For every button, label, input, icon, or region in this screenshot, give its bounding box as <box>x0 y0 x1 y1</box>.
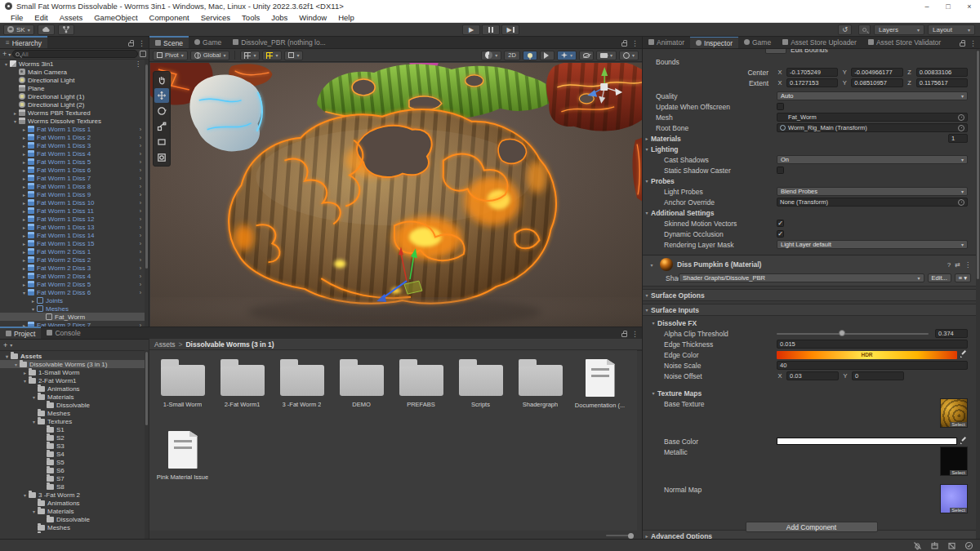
project-tree-item[interactable]: Dissolvable <box>0 515 145 523</box>
move-tool-button[interactable] <box>154 88 169 103</box>
lock-icon[interactable] <box>621 333 627 337</box>
layers-dropdown[interactable]: Layers▾ <box>874 24 924 35</box>
play-button[interactable]: ▶ <box>462 24 480 35</box>
project-tree-item[interactable]: Animations <box>0 499 145 507</box>
menu-item-component[interactable]: Component <box>144 13 195 22</box>
project-tree-scrollbar[interactable] <box>145 350 149 539</box>
snap-increment-button[interactable]: ▾ <box>262 51 282 60</box>
expand-arrow-icon[interactable]: ▸ <box>29 298 37 304</box>
undo-history-button[interactable]: ↺ <box>838 24 852 35</box>
noise-offset-y-field[interactable]: 0 <box>852 371 904 380</box>
scene-audio-toggle[interactable] <box>540 51 555 60</box>
metallic-thumbnail[interactable]: Select <box>940 447 968 476</box>
scale-tool-button[interactable] <box>154 119 169 134</box>
project-tree-item[interactable]: ▾Dissolvable Worms (3 in 1) <box>0 360 145 368</box>
layout-dropdown[interactable]: Layout▾ <box>928 24 975 35</box>
lock-icon[interactable] <box>960 42 965 47</box>
expand-arrow-icon[interactable]: ▾ <box>11 118 19 124</box>
hierarchy-item[interactable]: ▾Worms 3in1⋮ <box>0 60 145 68</box>
edge-color-hdr-swatch[interactable]: HDR <box>777 351 957 359</box>
center-z-field[interactable]: 0.00833106 <box>916 68 968 77</box>
hierarchy-item[interactable]: ▸Fat Worm 2 Diss 4› <box>0 272 145 280</box>
prefab-open-chevron[interactable]: › <box>140 127 141 132</box>
create-asset-button[interactable]: + <box>3 341 7 349</box>
menu-item-file[interactable]: File <box>5 13 29 22</box>
foldout-arrow-icon[interactable]: ▾ <box>643 146 651 152</box>
hierarchy-item[interactable]: ▸Fat Worm 1 Diss 3› <box>0 141 145 149</box>
expand-arrow-icon[interactable]: ▸ <box>20 184 28 189</box>
quality-dropdown[interactable]: Auto▾ <box>777 91 968 100</box>
static-shadow-caster-checkbox[interactable] <box>777 167 784 174</box>
prefab-open-chevron[interactable]: › <box>140 273 141 279</box>
foldout-arrow-icon[interactable]: ▾ <box>643 178 651 184</box>
prefab-open-chevron[interactable]: › <box>140 135 141 140</box>
asset-item[interactable]: 1-Small Worm <box>153 355 212 427</box>
menu-item-assets[interactable]: Assets <box>54 13 89 22</box>
expand-arrow-icon[interactable]: ▸ <box>21 370 29 375</box>
project-tree-item[interactable]: ▾Textures <box>0 417 145 425</box>
light-probes-dropdown[interactable]: Blend Probes▾ <box>777 187 968 196</box>
version-control-button[interactable] <box>58 24 74 35</box>
menu-item-window[interactable]: Window <box>293 13 332 22</box>
project-tree-item[interactable]: ▸1-Small Worm <box>0 368 145 376</box>
root-bone-object-field[interactable]: Worm_Rig_Main (Transform) <box>777 123 968 132</box>
hierarchy-item[interactable]: ▸Fat Worm 1 Diss 5› <box>0 158 145 166</box>
expand-arrow-icon[interactable]: ▸ <box>20 159 28 165</box>
project-tree-item[interactable]: S5 <box>0 458 145 466</box>
project-tree-item[interactable]: Animations <box>0 384 145 393</box>
tool-settings-button[interactable]: ▾ <box>284 51 303 60</box>
project-tree-item[interactable]: S6 <box>0 466 145 474</box>
prefab-open-chevron[interactable]: › <box>140 265 141 271</box>
asset-item[interactable]: Scripts <box>451 355 510 427</box>
prefab-open-chevron[interactable]: › <box>140 233 141 238</box>
panel-menu-icon[interactable]: ⋮ <box>631 39 639 47</box>
project-tree-item[interactable]: ▾Materials <box>0 507 145 515</box>
scene-tab[interactable]: Scene <box>149 36 189 48</box>
breadcrumb-root[interactable]: Assets <box>154 340 176 349</box>
expand-arrow-icon[interactable]: ▸ <box>20 265 28 271</box>
pivot-button[interactable]: Pivot▾ <box>153 51 188 60</box>
rect-tool-button[interactable] <box>154 135 169 149</box>
expand-arrow-icon[interactable]: ▾ <box>21 492 29 498</box>
panel-menu-icon[interactable]: ⋮ <box>631 330 639 338</box>
project-tab[interactable]: Console <box>41 327 86 339</box>
project-tree-item[interactable]: ▾Assets <box>0 352 145 360</box>
prefab-open-chevron[interactable]: › <box>140 192 141 198</box>
expand-arrow-icon[interactable]: ▸ <box>20 176 28 181</box>
expand-arrow-icon[interactable]: ▾ <box>30 509 38 514</box>
close-button[interactable]: × <box>959 2 980 11</box>
hierarchy-item[interactable]: Directional Light <box>0 76 145 84</box>
hierarchy-item[interactable]: ▾Fat Worm 2 Diss 6› <box>0 288 145 296</box>
inspector-tab[interactable]: Asset Store Validator <box>862 37 947 48</box>
hierarchy-item[interactable]: ▸Fat Worm 1 Diss 6› <box>0 166 145 174</box>
prefab-open-chevron[interactable]: › <box>140 184 141 189</box>
scene-tab[interactable]: Dissolve_PBR (nothing lo... <box>227 36 331 48</box>
base-color-swatch[interactable] <box>777 438 957 445</box>
step-button[interactable]: ▶ <box>501 24 519 35</box>
menu-item-gameobject[interactable]: GameObject <box>88 13 143 22</box>
hidden-objects-toggle[interactable] <box>579 51 594 60</box>
hierarchy-item[interactable]: ▸Fat Worm 1 Diss 15› <box>0 239 145 247</box>
cloud-button[interactable] <box>38 24 55 35</box>
hierarchy-item[interactable]: ▸Fat Worm 1 Diss 7› <box>0 174 145 182</box>
inspector-scrollbar[interactable] <box>976 49 980 539</box>
asset-item[interactable]: PREFABS <box>391 355 451 427</box>
scene-tab[interactable]: Game <box>189 36 227 48</box>
extent-y-field[interactable]: 0.08510957 <box>851 78 902 87</box>
project-tree-item[interactable]: ▾3 -Fat Worm 2 <box>0 491 145 499</box>
presets-icon[interactable]: ⇄ <box>955 261 960 269</box>
project-tree-item[interactable]: S4 <box>0 450 145 458</box>
hierarchy-item[interactable]: ▸Fat Worm 2 Diss 2› <box>0 256 145 264</box>
prefab-open-chevron[interactable]: › <box>140 249 141 255</box>
asset-item[interactable]: DEMO <box>332 355 391 427</box>
alpha-clip-slider[interactable] <box>777 333 929 335</box>
project-tree-item[interactable]: Meshes <box>0 409 145 417</box>
2d-toggle[interactable]: 2D <box>504 51 520 60</box>
hierarchy-item[interactable]: Main Camera <box>0 68 145 76</box>
inspector-tab[interactable]: Game <box>738 37 777 48</box>
prefab-open-chevron[interactable]: › <box>140 216 141 222</box>
prefab-open-chevron[interactable]: › <box>140 159 141 165</box>
expand-arrow-icon[interactable]: ▸ <box>20 200 28 206</box>
noise-scale-field[interactable]: 40 <box>777 361 968 370</box>
materials-count-field[interactable]: 1 <box>948 134 968 143</box>
